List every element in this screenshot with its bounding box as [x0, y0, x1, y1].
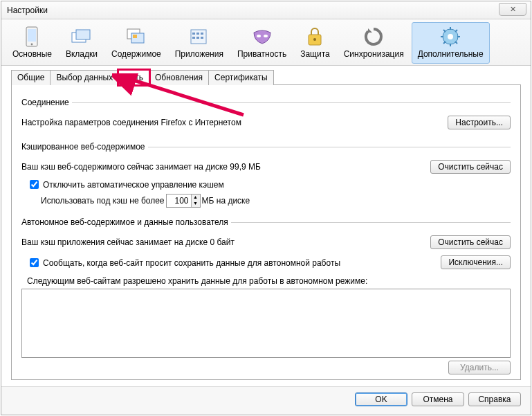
subtab-updates[interactable]: Обновления: [149, 70, 209, 85]
toolbar-label: Приватность: [237, 49, 286, 59]
ok-button[interactable]: OK: [355, 392, 407, 406]
connection-legend: Соединение: [21, 98, 72, 107]
subtab-strip: Общие Выбор данных Сеть Обновления Серти…: [1, 66, 531, 85]
gear-icon: [439, 26, 461, 48]
offline-notify-checkbox[interactable]: [30, 258, 39, 267]
svg-point-15: [257, 35, 261, 37]
toolbar-security[interactable]: Защита: [294, 22, 336, 64]
category-toolbar: Основные Вкладки Содержимое Приложения П…: [1, 19, 531, 66]
svg-point-20: [448, 34, 453, 39]
spinner-down-icon[interactable]: ▼: [192, 201, 200, 207]
cancel-button[interactable]: Отмена: [412, 392, 464, 406]
help-button[interactable]: Справка: [468, 392, 521, 406]
connection-group: Соединение Настройка параметров соединен…: [21, 98, 511, 132]
svg-rect-4: [76, 30, 90, 39]
applications-icon: [188, 26, 210, 48]
svg-point-18: [313, 38, 316, 41]
svg-line-28: [455, 30, 457, 32]
subtab-general[interactable]: Общие: [11, 70, 51, 85]
cache-limit-value[interactable]: [167, 195, 191, 206]
override-cache-label: Отключить автоматическое управление кэше…: [43, 180, 224, 190]
svg-point-2: [31, 44, 33, 46]
offline-group: Автономное веб-содержимое и данные польз…: [21, 217, 511, 374]
cache-legend: Кэшированное веб-содержимое: [21, 142, 148, 152]
connection-desc: Настройка параметров соединения Firefox …: [21, 118, 448, 127]
clear-offline-button[interactable]: Очистить сейчас: [430, 235, 511, 249]
svg-rect-14: [201, 37, 203, 39]
toolbar-label: Вкладки: [66, 49, 98, 59]
offline-list-label: Следующим веб-сайтам разрешено хранить д…: [27, 276, 511, 286]
svg-rect-9: [192, 33, 195, 35]
toolbar-label: Дополнительные: [418, 49, 484, 59]
settings-panel: Соединение Настройка параметров соединен…: [11, 84, 521, 380]
toolbar-label: Синхронизация: [344, 49, 404, 59]
tabs-icon: [71, 26, 93, 48]
svg-rect-11: [201, 33, 203, 35]
toolbar-label: Приложения: [175, 49, 223, 59]
svg-line-26: [455, 42, 457, 44]
svg-rect-1: [28, 29, 36, 42]
override-cache-checkbox[interactable]: [30, 180, 39, 189]
subtab-network[interactable]: Сеть: [118, 70, 149, 85]
toolbar-label: Основные: [12, 49, 52, 59]
svg-line-25: [443, 30, 446, 32]
svg-point-16: [264, 35, 268, 37]
toolbar-tabs[interactable]: Вкладки: [59, 22, 104, 64]
content-icon: [125, 26, 147, 48]
lock-icon: [304, 26, 326, 48]
titlebar: Настройки ✕: [1, 1, 531, 19]
toolbar-privacy[interactable]: Приватность: [231, 22, 293, 64]
svg-rect-12: [192, 37, 195, 39]
subtab-data-choices[interactable]: Выбор данных: [50, 70, 119, 85]
spinner-up-icon[interactable]: ▲: [192, 195, 200, 201]
toolbar-content[interactable]: Содержимое: [105, 22, 167, 64]
configure-button[interactable]: Настроить...: [448, 116, 511, 129]
cache-group: Кэшированное веб-содержимое Ваш кэш веб-…: [21, 142, 511, 208]
offline-sites-list[interactable]: [21, 289, 511, 358]
cache-limit-stepper[interactable]: ▲ ▼: [166, 194, 201, 208]
svg-rect-7: [133, 35, 137, 38]
phone-icon: [21, 26, 43, 48]
toolbar-label: Защита: [300, 49, 330, 59]
close-button[interactable]: ✕: [499, 3, 526, 16]
toolbar-advanced[interactable]: Дополнительные: [412, 22, 490, 64]
offline-legend: Автономное веб-содержимое и данные польз…: [21, 217, 231, 227]
toolbar-applications[interactable]: Приложения: [169, 22, 230, 64]
clear-cache-button[interactable]: Очистить сейчас: [430, 160, 511, 174]
sync-icon: [363, 26, 385, 48]
offline-notify-label: Сообщать, когда веб-сайт просит сохранит…: [43, 258, 340, 268]
svg-rect-13: [196, 37, 199, 39]
offline-status: Ваш кэш приложения сейчас занимает на ди…: [21, 237, 430, 247]
cache-limit-suffix: МБ на диске: [202, 196, 250, 206]
window-title: Настройки: [7, 6, 48, 15]
subtab-certificates[interactable]: Сертификаты: [208, 70, 274, 85]
toolbar-sync[interactable]: Синхронизация: [338, 22, 410, 64]
dialog-footer: OK Отмена Справка: [1, 386, 531, 415]
svg-line-27: [443, 42, 446, 44]
cache-status: Ваш кэш веб-содержимого сейчас занимает …: [21, 162, 430, 172]
toolbar-label: Содержимое: [111, 49, 161, 59]
delete-button: Удалить...: [448, 361, 511, 374]
mask-icon: [251, 26, 273, 48]
cache-limit-prefix: Использовать под кэш не более: [41, 196, 165, 206]
toolbar-general[interactable]: Основные: [6, 22, 58, 64]
exceptions-button[interactable]: Исключения...: [441, 255, 511, 269]
svg-rect-10: [196, 33, 199, 35]
